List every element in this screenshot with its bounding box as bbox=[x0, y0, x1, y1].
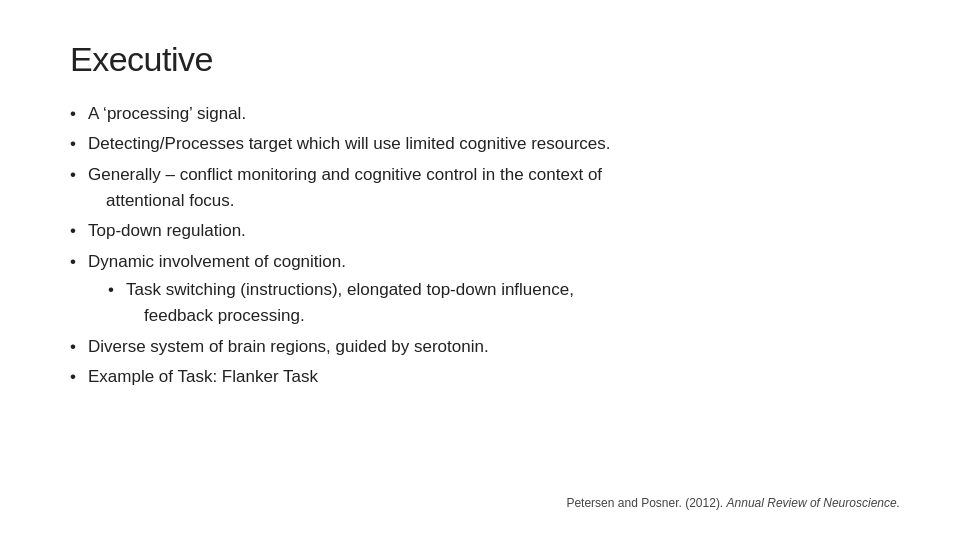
list-item: Diverse system of brain regions, guided … bbox=[70, 334, 900, 360]
list-item: Detecting/Processes target which will us… bbox=[70, 131, 900, 157]
list-item: Example of Task: Flanker Task bbox=[70, 364, 900, 390]
list-item: Generally – conflict monitoring and cogn… bbox=[70, 162, 900, 215]
citation: Petersen and Posner. (2012). Annual Revi… bbox=[70, 488, 900, 510]
bullet-list: A ‘processing’ signal. Detecting/Process… bbox=[70, 101, 900, 394]
list-item: Dynamic involvement of cognition. Task s… bbox=[70, 249, 900, 330]
slide: Executive A ‘processing’ signal. Detecti… bbox=[0, 0, 960, 540]
list-item: Task switching (instructions), elongated… bbox=[108, 277, 900, 330]
list-item: A ‘processing’ signal. bbox=[70, 101, 900, 127]
slide-title: Executive bbox=[70, 40, 900, 79]
sub-bullet-list: Task switching (instructions), elongated… bbox=[108, 277, 900, 330]
list-item: Top-down regulation. bbox=[70, 218, 900, 244]
